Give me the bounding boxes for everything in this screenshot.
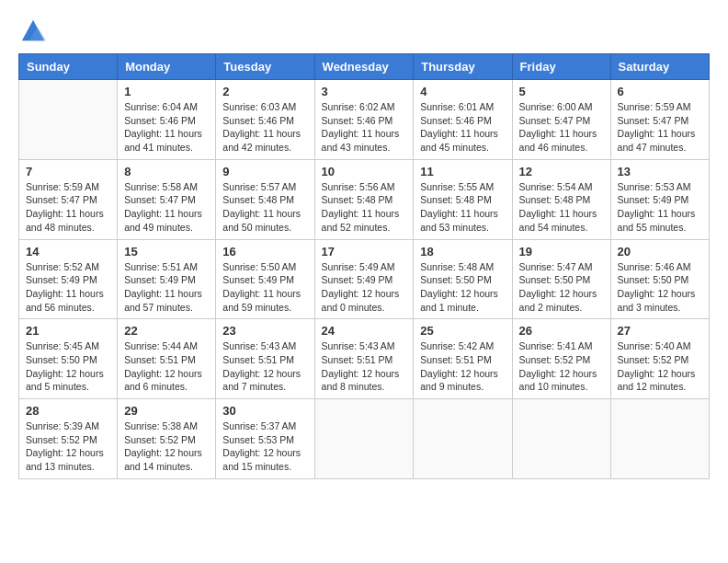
day-number: 3 — [322, 85, 407, 98]
day-number: 16 — [222, 245, 307, 259]
day-info: Sunrise: 5:52 AM Sunset: 5:49 PM Dayligh… — [26, 260, 110, 315]
day-number: 7 — [26, 165, 110, 178]
calendar-table: SundayMondayTuesdayWednesdayThursdayFrid… — [18, 53, 710, 479]
day-info: Sunrise: 5:51 AM Sunset: 5:49 PM Dayligh… — [124, 260, 209, 315]
calendar-cell: 21Sunrise: 5:45 AM Sunset: 5:50 PM Dayli… — [19, 319, 118, 399]
day-info: Sunrise: 5:41 AM Sunset: 5:52 PM Dayligh… — [519, 339, 604, 394]
page-header — [18, 18, 710, 44]
day-number: 23 — [222, 324, 307, 338]
calendar-cell: 9Sunrise: 5:57 AM Sunset: 5:48 PM Daylig… — [216, 159, 314, 239]
calendar-week-4: 21Sunrise: 5:45 AM Sunset: 5:50 PM Dayli… — [19, 319, 710, 399]
calendar-header-monday: Monday — [118, 54, 216, 80]
day-info: Sunrise: 5:57 AM Sunset: 5:48 PM Dayligh… — [222, 180, 307, 235]
day-info: Sunrise: 6:02 AM Sunset: 5:46 PM Dayligh… — [322, 100, 407, 155]
day-info: Sunrise: 6:00 AM Sunset: 5:47 PM Dayligh… — [519, 100, 604, 155]
day-number: 5 — [519, 85, 604, 98]
calendar-cell: 17Sunrise: 5:49 AM Sunset: 5:49 PM Dayli… — [314, 239, 414, 319]
day-info: Sunrise: 5:54 AM Sunset: 5:48 PM Dayligh… — [519, 180, 604, 235]
calendar-cell: 11Sunrise: 5:55 AM Sunset: 5:48 PM Dayli… — [414, 159, 512, 239]
day-number: 30 — [222, 404, 307, 418]
day-info: Sunrise: 5:37 AM Sunset: 5:53 PM Dayligh… — [222, 419, 307, 474]
calendar-cell: 20Sunrise: 5:46 AM Sunset: 5:50 PM Dayli… — [610, 239, 709, 319]
day-number: 2 — [222, 85, 307, 98]
calendar-cell: 19Sunrise: 5:47 AM Sunset: 5:50 PM Dayli… — [512, 239, 610, 319]
calendar-cell: 14Sunrise: 5:52 AM Sunset: 5:49 PM Dayli… — [19, 239, 118, 319]
calendar-cell: 30Sunrise: 5:37 AM Sunset: 5:53 PM Dayli… — [216, 399, 314, 479]
calendar-cell: 2Sunrise: 6:03 AM Sunset: 5:46 PM Daylig… — [216, 80, 314, 160]
calendar-cell — [19, 80, 118, 160]
day-info: Sunrise: 5:59 AM Sunset: 5:47 PM Dayligh… — [26, 180, 110, 235]
calendar-cell: 24Sunrise: 5:43 AM Sunset: 5:51 PM Dayli… — [314, 319, 414, 399]
day-info: Sunrise: 5:47 AM Sunset: 5:50 PM Dayligh… — [519, 260, 604, 315]
calendar-cell: 5Sunrise: 6:00 AM Sunset: 5:47 PM Daylig… — [512, 80, 610, 160]
calendar-week-3: 14Sunrise: 5:52 AM Sunset: 5:49 PM Dayli… — [19, 239, 710, 319]
calendar-cell: 22Sunrise: 5:44 AM Sunset: 5:51 PM Dayli… — [118, 319, 216, 399]
day-info: Sunrise: 5:58 AM Sunset: 5:47 PM Dayligh… — [124, 180, 209, 235]
day-info: Sunrise: 6:01 AM Sunset: 5:46 PM Dayligh… — [420, 100, 505, 155]
day-info: Sunrise: 5:49 AM Sunset: 5:49 PM Dayligh… — [322, 260, 407, 315]
day-number: 20 — [618, 245, 702, 259]
day-number: 14 — [26, 245, 110, 259]
day-number: 8 — [124, 165, 209, 178]
day-info: Sunrise: 5:55 AM Sunset: 5:48 PM Dayligh… — [420, 180, 505, 235]
day-number: 18 — [420, 245, 505, 259]
day-info: Sunrise: 5:40 AM Sunset: 5:52 PM Dayligh… — [618, 339, 702, 394]
day-number: 21 — [26, 324, 110, 338]
calendar-week-1: 1Sunrise: 6:04 AM Sunset: 5:46 PM Daylig… — [19, 80, 710, 160]
day-number: 19 — [519, 245, 604, 259]
calendar-header-wednesday: Wednesday — [314, 54, 414, 80]
calendar-cell: 10Sunrise: 5:56 AM Sunset: 5:48 PM Dayli… — [314, 159, 414, 239]
calendar-cell: 8Sunrise: 5:58 AM Sunset: 5:47 PM Daylig… — [118, 159, 216, 239]
day-number: 29 — [124, 404, 209, 418]
calendar-cell — [610, 399, 709, 479]
day-number: 17 — [322, 245, 407, 259]
day-info: Sunrise: 5:39 AM Sunset: 5:52 PM Dayligh… — [26, 419, 110, 474]
day-info: Sunrise: 6:04 AM Sunset: 5:46 PM Dayligh… — [124, 100, 209, 155]
calendar-cell: 18Sunrise: 5:48 AM Sunset: 5:50 PM Dayli… — [414, 239, 512, 319]
calendar-header-row: SundayMondayTuesdayWednesdayThursdayFrid… — [19, 54, 710, 80]
calendar-cell: 26Sunrise: 5:41 AM Sunset: 5:52 PM Dayli… — [512, 319, 610, 399]
day-info: Sunrise: 5:45 AM Sunset: 5:50 PM Dayligh… — [26, 339, 110, 394]
calendar-cell: 29Sunrise: 5:38 AM Sunset: 5:52 PM Dayli… — [118, 399, 216, 479]
calendar-cell: 4Sunrise: 6:01 AM Sunset: 5:46 PM Daylig… — [414, 80, 512, 160]
calendar-cell: 28Sunrise: 5:39 AM Sunset: 5:52 PM Dayli… — [19, 399, 118, 479]
day-info: Sunrise: 5:53 AM Sunset: 5:49 PM Dayligh… — [618, 180, 702, 235]
calendar-cell: 1Sunrise: 6:04 AM Sunset: 5:46 PM Daylig… — [118, 80, 216, 160]
day-info: Sunrise: 5:44 AM Sunset: 5:51 PM Dayligh… — [124, 339, 209, 394]
calendar-cell: 16Sunrise: 5:50 AM Sunset: 5:49 PM Dayli… — [216, 239, 314, 319]
day-number: 26 — [519, 324, 604, 338]
calendar-cell — [314, 399, 414, 479]
day-number: 9 — [222, 165, 307, 178]
day-number: 13 — [618, 165, 702, 178]
day-info: Sunrise: 5:46 AM Sunset: 5:50 PM Dayligh… — [618, 260, 702, 315]
day-number: 27 — [618, 324, 702, 338]
calendar-cell: 25Sunrise: 5:42 AM Sunset: 5:51 PM Dayli… — [414, 319, 512, 399]
day-info: Sunrise: 5:43 AM Sunset: 5:51 PM Dayligh… — [222, 339, 307, 394]
logo-icon — [20, 18, 46, 44]
day-info: Sunrise: 6:03 AM Sunset: 5:46 PM Dayligh… — [222, 100, 307, 155]
day-info: Sunrise: 5:42 AM Sunset: 5:51 PM Dayligh… — [420, 339, 505, 394]
calendar-cell: 3Sunrise: 6:02 AM Sunset: 5:46 PM Daylig… — [314, 80, 414, 160]
calendar-cell: 12Sunrise: 5:54 AM Sunset: 5:48 PM Dayli… — [512, 159, 610, 239]
calendar-cell: 27Sunrise: 5:40 AM Sunset: 5:52 PM Dayli… — [610, 319, 709, 399]
day-info: Sunrise: 5:59 AM Sunset: 5:47 PM Dayligh… — [618, 100, 702, 155]
day-info: Sunrise: 5:43 AM Sunset: 5:51 PM Dayligh… — [322, 339, 407, 394]
day-number: 12 — [519, 165, 604, 178]
day-number: 6 — [618, 85, 702, 98]
calendar-header-sunday: Sunday — [19, 54, 118, 80]
calendar-cell — [512, 399, 610, 479]
day-info: Sunrise: 5:56 AM Sunset: 5:48 PM Dayligh… — [322, 180, 407, 235]
calendar-cell: 15Sunrise: 5:51 AM Sunset: 5:49 PM Dayli… — [118, 239, 216, 319]
day-info: Sunrise: 5:38 AM Sunset: 5:52 PM Dayligh… — [124, 419, 209, 474]
day-number: 15 — [124, 245, 209, 259]
day-number: 10 — [322, 165, 407, 178]
calendar-cell — [414, 399, 512, 479]
calendar-cell: 23Sunrise: 5:43 AM Sunset: 5:51 PM Dayli… — [216, 319, 314, 399]
day-number: 24 — [322, 324, 407, 338]
day-number: 1 — [124, 85, 209, 98]
logo — [18, 18, 42, 44]
calendar-header-tuesday: Tuesday — [216, 54, 314, 80]
day-number: 11 — [420, 165, 505, 178]
calendar-week-2: 7Sunrise: 5:59 AM Sunset: 5:47 PM Daylig… — [19, 159, 710, 239]
calendar-week-5: 28Sunrise: 5:39 AM Sunset: 5:52 PM Dayli… — [19, 399, 710, 479]
